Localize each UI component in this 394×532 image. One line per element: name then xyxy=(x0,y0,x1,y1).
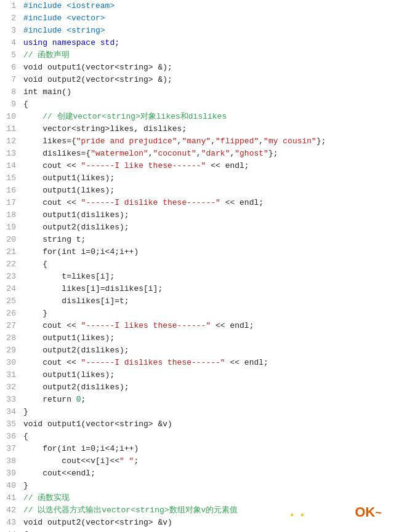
line-content: output1(likes); xyxy=(21,369,394,381)
table-row: 20 string t; xyxy=(0,234,394,246)
table-row: 37 for(int i=0;i<4;i++) xyxy=(0,443,394,455)
line-content: } xyxy=(21,406,394,418)
line-content: output2(dislikes); xyxy=(21,221,394,234)
line-number: 29 xyxy=(0,344,21,357)
line-number: 24 xyxy=(0,283,21,295)
line-number: 37 xyxy=(0,443,21,455)
table-row: 17 cout << "------I dislike these------"… xyxy=(0,197,394,209)
code-token: output1(likes); xyxy=(23,173,115,183)
code-token: "dark" xyxy=(201,149,230,158)
code-token: cout<<v[i]<< xyxy=(23,456,119,466)
table-row: 29 output2(dislikes); xyxy=(0,344,394,357)
code-token: int main() xyxy=(23,87,71,97)
table-row: 39 cout<<endl; xyxy=(0,467,394,480)
code-token: output1(dislikes); xyxy=(23,210,129,220)
line-content: for(int i=0;i<4;i++) xyxy=(21,246,394,258)
code-token: { xyxy=(23,100,28,109)
line-number: 30 xyxy=(0,357,21,369)
table-row: 25 dislikes[i]=t; xyxy=(0,295,394,308)
line-content: #include <vector> xyxy=(21,12,394,25)
line-content: cout << "------I dislike these------" <<… xyxy=(21,197,394,209)
table-row: 38 cout<<v[i]<<" "; xyxy=(0,455,394,467)
line-content: output1(likes); xyxy=(21,172,394,185)
code-token: void output2(vector<string> &); xyxy=(23,75,172,84)
code-token: // 函数实现 xyxy=(23,493,70,502)
code-token: void output2(vector<string> &v) xyxy=(23,518,172,527)
code-token: "------I dislikes these------" xyxy=(81,358,225,367)
line-content: return 0; xyxy=(21,394,394,406)
table-row: 36{ xyxy=(0,431,394,443)
table-row: 12 likes={"pride and prejudice","many","… xyxy=(0,135,394,148)
code-token: output2(dislikes); xyxy=(23,346,129,355)
code-token: // 创建vector<string>对象likes和dislikes xyxy=(23,112,227,121)
code-token: << endl; xyxy=(220,198,263,207)
code-token: output1(likes); xyxy=(23,370,115,379)
code-token: } xyxy=(23,407,28,416)
table-row: 26 } xyxy=(0,308,394,320)
code-token: << endl; xyxy=(206,161,249,170)
line-content: output1(dislikes); xyxy=(21,209,394,221)
code-token: string t; xyxy=(23,235,86,244)
table-row: 30 cout << "------I dislikes these------… xyxy=(0,357,394,369)
line-content: void output1(vector<string> &v) xyxy=(21,418,394,431)
line-number: 15 xyxy=(0,172,21,185)
code-token: using namespace std; xyxy=(23,38,119,47)
code-token: cout << xyxy=(23,161,81,170)
code-token: { xyxy=(23,260,47,269)
line-content: #include <iostream> xyxy=(21,0,394,12)
code-token: vector<string>likes, dislikes; xyxy=(23,124,187,133)
table-row: 7void output2(vector<string> &); xyxy=(0,74,394,86)
table-row: 35void output1(vector<string> &v) xyxy=(0,418,394,431)
code-token: for(int i=0;i<4;i++) xyxy=(23,444,139,453)
line-content: cout<<endl; xyxy=(21,467,394,480)
line-number: 42 xyxy=(0,504,21,517)
code-token: #include <iostream> xyxy=(23,1,115,10)
code-token: "------I likes these------" xyxy=(81,321,211,330)
line-number: 4 xyxy=(0,37,21,49)
line-content: likes[i]=dislikes[i]; xyxy=(21,283,394,295)
code-token: dislikes={ xyxy=(23,149,90,158)
code-token: output1(likes); xyxy=(23,186,115,195)
code-token: void output1(vector<string> &); xyxy=(23,63,172,72)
line-number: 19 xyxy=(0,221,21,234)
line-number: 13 xyxy=(0,148,21,160)
line-content: // 创建vector<string>对象likes和dislikes xyxy=(21,111,394,123)
table-row: 34} xyxy=(0,406,394,418)
code-token: "------I dislike these------" xyxy=(81,198,220,207)
line-content: output1(likes); xyxy=(21,332,394,344)
code-token: cout << xyxy=(23,198,81,207)
line-number: 39 xyxy=(0,467,21,480)
line-number: 14 xyxy=(0,160,21,172)
code-token: "many" xyxy=(182,137,211,146)
code-token: output2(dislikes); xyxy=(23,383,129,392)
table-row: 28 output1(likes); xyxy=(0,332,394,344)
line-content: void output2(vector<string> &); xyxy=(21,74,394,86)
code-token: ; xyxy=(134,456,139,466)
line-number: 26 xyxy=(0,308,21,320)
code-token: , xyxy=(211,137,215,146)
line-number: 3 xyxy=(0,25,21,37)
table-row: 13 dislikes={"watermelon","coconut","dar… xyxy=(0,148,394,160)
code-token: likes={ xyxy=(23,137,76,146)
line-number: 5 xyxy=(0,49,21,62)
code-token: t=likes[i]; xyxy=(23,272,115,281)
sparkle-icon: ✦ ✦ xyxy=(289,509,305,520)
table-row: 14 cout << "------I like these------" <<… xyxy=(0,160,394,172)
code-table: 1#include <iostream>2#include <vector>3#… xyxy=(0,0,394,532)
code-token: , xyxy=(259,137,263,146)
line-number: 32 xyxy=(0,381,21,394)
line-content: cout << "------I like these------" << en… xyxy=(21,160,394,172)
line-number: 23 xyxy=(0,271,21,283)
mascot-area: OK~ ✦ ✦ xyxy=(271,504,388,532)
line-number: 12 xyxy=(0,135,21,148)
code-token: } xyxy=(23,481,28,490)
line-content: for(int i=0;i<4;i++) xyxy=(21,443,394,455)
line-content: dislikes[i]=t; xyxy=(21,295,394,308)
line-number: 17 xyxy=(0,197,21,209)
code-token: // 函数声明 xyxy=(23,50,70,60)
line-content: { xyxy=(21,258,394,271)
line-content: void output1(vector<string> &); xyxy=(21,62,394,74)
code-token: ; xyxy=(81,395,86,404)
code-token: cout << xyxy=(23,358,81,367)
table-row: 4using namespace std; xyxy=(0,37,394,49)
